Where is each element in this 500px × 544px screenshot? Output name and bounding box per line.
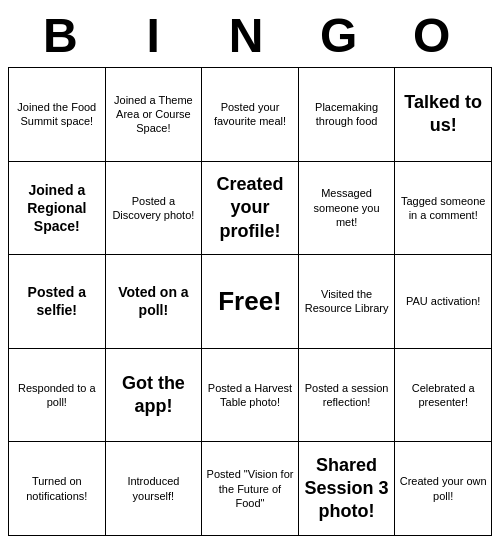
bingo-cell: Created your profile! — [202, 162, 299, 256]
bingo-cell: Celebrated a presenter! — [395, 349, 492, 443]
bingo-cell: Posted a selfie! — [9, 255, 106, 349]
bingo-cell: Responded to a poll! — [9, 349, 106, 443]
title-letter-g: G — [296, 8, 389, 63]
bingo-cell: PAU activation! — [395, 255, 492, 349]
bingo-cell: Joined a Regional Space! — [9, 162, 106, 256]
bingo-cell: Posted a Harvest Table photo! — [202, 349, 299, 443]
title-letter-n: N — [204, 8, 297, 63]
bingo-cell: Posted a Discovery photo! — [106, 162, 203, 256]
bingo-cell: Voted on a poll! — [106, 255, 203, 349]
bingo-title: B I N G O — [8, 8, 492, 63]
bingo-cell: Posted a session reflection! — [299, 349, 396, 443]
bingo-cell: Created your own poll! — [395, 442, 492, 536]
bingo-cell: Turned on notifications! — [9, 442, 106, 536]
bingo-cell: Joined the Food Summit space! — [9, 68, 106, 162]
bingo-cell: Introduced yourself! — [106, 442, 203, 536]
bingo-cell: Messaged someone you met! — [299, 162, 396, 256]
bingo-cell: Free! — [202, 255, 299, 349]
title-letter-i: I — [111, 8, 204, 63]
title-letter-o: O — [389, 8, 482, 63]
bingo-cell: Joined a Theme Area or Course Space! — [106, 68, 203, 162]
bingo-grid: Joined the Food Summit space!Joined a Th… — [8, 67, 492, 536]
bingo-cell: Posted your favourite meal! — [202, 68, 299, 162]
bingo-cell: Tagged someone in a comment! — [395, 162, 492, 256]
bingo-cell: Visited the Resource Library — [299, 255, 396, 349]
bingo-cell: Placemaking through food — [299, 68, 396, 162]
bingo-cell: Posted "Vision for the Future of Food" — [202, 442, 299, 536]
title-letter-b: B — [18, 8, 111, 63]
bingo-cell: Got the app! — [106, 349, 203, 443]
bingo-cell: Shared Session 3 photo! — [299, 442, 396, 536]
bingo-cell: Talked to us! — [395, 68, 492, 162]
